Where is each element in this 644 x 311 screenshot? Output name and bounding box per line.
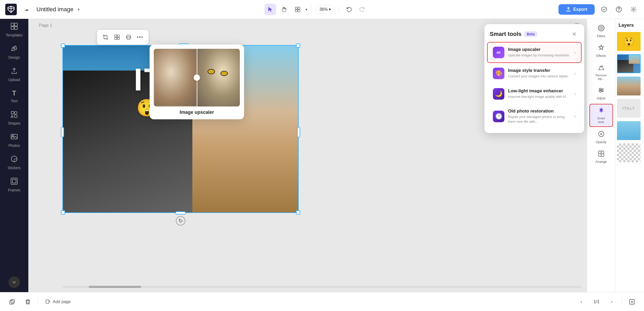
shapes-icon [10, 111, 18, 120]
more-options-button[interactable]: ••• [135, 32, 145, 42]
smart-tool-item-restoration[interactable]: 🕐 Old photo restoration Repair your dama… [488, 104, 581, 128]
smart-tool-item-upscaler[interactable]: 4K Image upscaler Upscale images by incr… [487, 42, 582, 63]
smart-tools-title: Smart tools [490, 31, 521, 37]
svg-rect-0 [295, 7, 297, 9]
delete-page-button[interactable] [22, 296, 34, 308]
layer-item[interactable]: ITALY [615, 97, 644, 120]
crop-tool-button[interactable] [100, 32, 111, 42]
sidebar-item-photos[interactable]: Photos [0, 129, 28, 152]
filters-panel-item[interactable]: Filters [589, 22, 613, 41]
sidebar-item-shapes[interactable]: Shapes [0, 107, 28, 129]
add-page-button[interactable]: Add page [42, 297, 74, 307]
effects-panel-item[interactable]: Effects [589, 42, 613, 60]
handle-middle-left[interactable] [61, 127, 64, 137]
upscaler-preview-label: Image upscaler [154, 110, 240, 115]
upload-icon [10, 67, 18, 76]
restore-name: Old photo restoration [508, 109, 571, 114]
handle-middle-right[interactable] [297, 127, 300, 137]
export-button[interactable]: Export [558, 4, 595, 15]
smart-tools-panel-item[interactable]: Smarttools [589, 104, 613, 127]
title-dropdown-arrow[interactable]: ▾ [78, 7, 80, 12]
smart-tool-item-lowlight[interactable]: 🌙 Low-light image enhancer Improve low-l… [488, 84, 581, 104]
layer-item[interactable] [615, 120, 644, 142]
sidebar-item-stickers[interactable]: Stickers [0, 152, 28, 174]
handle-top-left[interactable] [61, 44, 65, 48]
logo[interactable] [5, 4, 17, 15]
opacity-panel-item[interactable]: Opacity [589, 128, 613, 147]
style-desc: Convert your images into various styles. [508, 74, 571, 79]
smart-tool-item-style[interactable]: 🎨 Image style transfer Convert your imag… [488, 63, 581, 83]
arrange-panel-item[interactable]: Arrange [589, 148, 613, 166]
svg-rect-3 [298, 10, 300, 12]
smart-tools-close-button[interactable]: ✕ [569, 29, 579, 39]
bottom-divider [38, 298, 38, 305]
upscaler-preview-image [154, 49, 240, 106]
save-button[interactable]: ☁ [21, 5, 32, 14]
lowlight-desc: Improve low-light image quality with AI. [508, 94, 571, 99]
frames-icon [10, 178, 18, 186]
photos-icon [10, 133, 18, 142]
canvas-scrollbar-thumb[interactable] [89, 286, 141, 288]
toolbar-center: ▾ 36% ▾ [265, 4, 368, 15]
svg-rect-36 [10, 301, 13, 304]
shield-button[interactable] [599, 4, 609, 15]
sidebar-item-text[interactable]: T Text [0, 85, 28, 107]
sidebar-item-templates[interactable]: Templates [0, 19, 28, 41]
adjust-panel-item[interactable]: Adjust [589, 84, 613, 103]
header-right: Export [553, 4, 639, 15]
duplicate-page-button[interactable] [6, 296, 18, 308]
handle-top-right[interactable] [296, 44, 300, 48]
mask-tool-button[interactable] [123, 32, 134, 42]
lowlight-name: Low-light image enhancer [508, 88, 571, 94]
page-next-button[interactable]: › [606, 296, 617, 308]
remove-bg-icon [598, 64, 605, 72]
layout-dropdown[interactable]: ▾ [305, 7, 307, 12]
layer-item[interactable]: 😲 [615, 30, 644, 53]
select-tool-button[interactable] [265, 4, 276, 15]
style-arrow: › [574, 71, 576, 76]
layer-item[interactable] [615, 142, 644, 164]
left-sidebar: Templates Design Upload [0, 19, 28, 292]
rotate-handle[interactable]: ↻ [176, 216, 185, 226]
redo-button[interactable] [357, 4, 368, 15]
upscaler-preview-popup: Image upscaler [150, 45, 244, 119]
smart-tools-panel-label: Smarttools [597, 117, 605, 124]
svg-rect-26 [127, 36, 130, 38]
design-icon [10, 45, 18, 54]
svg-rect-13 [14, 115, 17, 117]
stickers-icon [10, 155, 18, 164]
sidebar-item-frames[interactable]: Frames [0, 174, 28, 196]
right-panel: Filters Effects Removebgr... [587, 19, 615, 292]
sidebar-collapse-button[interactable] [8, 276, 20, 288]
layer-thumb-italy: ITALY [617, 99, 641, 118]
preview-drag-dot[interactable] [194, 74, 200, 81]
remove-bg-panel-item[interactable]: Removebgr... [589, 61, 613, 83]
handle-bottom-left[interactable] [61, 210, 65, 215]
svg-point-30 [599, 88, 601, 90]
layer-item[interactable] [615, 75, 644, 97]
svg-rect-21 [115, 35, 117, 37]
svg-point-35 [600, 153, 602, 154]
expand-button[interactable] [626, 296, 638, 308]
handle-bottom-middle[interactable] [175, 211, 186, 215]
handle-bottom-right[interactable] [296, 210, 300, 215]
restore-desc: Repair your damaged photos or bring them… [508, 115, 571, 124]
replace-tool-button[interactable] [112, 32, 122, 42]
svg-rect-1 [298, 7, 300, 9]
sidebar-item-upload[interactable]: Upload [0, 63, 28, 86]
svg-point-10 [13, 47, 15, 49]
canvas-scrollbar[interactable] [62, 286, 582, 288]
undo-button[interactable] [343, 4, 355, 15]
sidebar-item-design[interactable]: Design [0, 41, 28, 63]
frames-label: Frames [8, 188, 20, 192]
settings-button[interactable] [628, 4, 639, 15]
upload-label: Upload [8, 78, 20, 82]
help-button[interactable] [614, 4, 624, 15]
zoom-control[interactable]: 36% ▾ [316, 5, 334, 14]
layer-item[interactable] [615, 53, 644, 75]
page-prev-button[interactable]: ‹ [576, 296, 587, 308]
hand-tool-button[interactable] [278, 4, 290, 15]
layout-tool-button[interactable] [292, 4, 303, 15]
svg-rect-38 [46, 300, 49, 303]
text-icon: T [12, 89, 16, 97]
